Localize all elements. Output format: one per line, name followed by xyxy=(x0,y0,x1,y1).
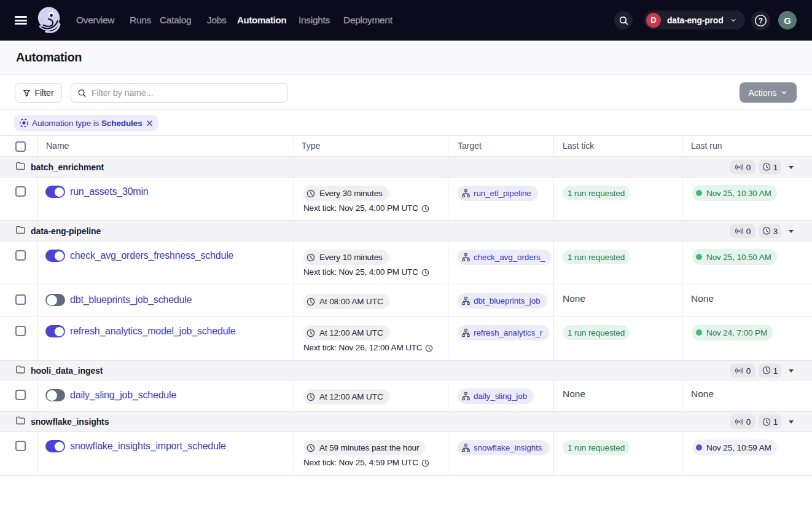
svg-text:?: ? xyxy=(759,16,763,25)
